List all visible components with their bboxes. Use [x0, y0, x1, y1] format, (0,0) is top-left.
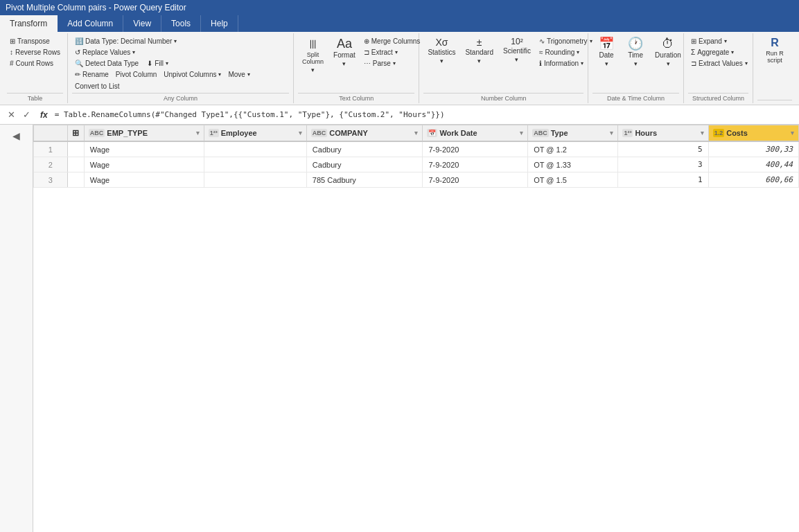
- hours-cell: 3: [618, 157, 708, 172]
- title-bar: Pivot Multiple Column pairs - Power Quer…: [0, 0, 799, 15]
- emp-type-filter-button[interactable]: ▾: [196, 130, 200, 136]
- ribbon-group-run-script: R Run Rscript: [753, 33, 796, 103]
- move-button[interactable]: Move: [225, 69, 252, 80]
- employee-filter-button[interactable]: ▾: [299, 130, 302, 136]
- information-button[interactable]: ℹ Information: [536, 58, 595, 69]
- trigonometry-button[interactable]: ∿ Trigonometry: [536, 36, 595, 46]
- extract-button[interactable]: ⊐ Extract: [361, 47, 423, 57]
- fill-button[interactable]: ⬇ Fill: [144, 58, 171, 69]
- rename-icon: ✏: [75, 71, 80, 78]
- work-date-cell: 7-9-2020: [423, 141, 528, 157]
- company-type-icon: ABC: [311, 129, 328, 137]
- costs-cell: 400,44: [708, 157, 798, 172]
- merge-columns-button[interactable]: ⊕ Merge Columns: [361, 36, 423, 46]
- hours-cell: 5: [618, 141, 708, 157]
- work-date-type-icon: 📅: [427, 129, 437, 137]
- company-filter-button[interactable]: ▾: [414, 130, 418, 136]
- text-column-group-label: Text Column: [298, 93, 414, 102]
- work-date-header[interactable]: 📅 Work Date ▾: [423, 125, 528, 142]
- time-button[interactable]: 🕐 Time ▾: [622, 36, 649, 69]
- company-cell: Cadbury: [306, 157, 423, 172]
- rounding-button[interactable]: ≈ Rounding: [536, 47, 595, 57]
- standard-button[interactable]: ± Standard ▾: [461, 36, 498, 66]
- scientific-button[interactable]: 10² Scientific ▾: [499, 36, 535, 64]
- aggregate-button[interactable]: Σ Aggregate: [688, 47, 750, 57]
- detect-icon: 🔍: [75, 60, 83, 67]
- data-table: ⊞ ABC EMP_TYPE ▾ 1²³ Employee: [33, 125, 799, 188]
- emp-type-cell: Wage: [84, 141, 204, 157]
- time-icon: 🕐: [628, 37, 643, 50]
- rename-button[interactable]: ✏ Rename: [72, 69, 112, 80]
- transpose-button[interactable]: ⊞ Transpose: [7, 36, 63, 46]
- data-type-icon: 🔢: [75, 37, 83, 45]
- costs-header[interactable]: 1.2 Costs ▾: [708, 125, 798, 142]
- hours-header[interactable]: 1²³ Hours ▾: [618, 125, 708, 142]
- employee-header[interactable]: 1²³ Employee ▾: [204, 125, 306, 142]
- format-button[interactable]: Aa Format ▾: [329, 36, 360, 69]
- parse-button[interactable]: ⋯ Parse: [361, 58, 423, 69]
- row-num-header: [34, 125, 68, 142]
- hours-filter-button[interactable]: ▾: [701, 130, 704, 136]
- costs-cell: 600,66: [708, 172, 798, 188]
- ribbon-group-structured-column: ⊞ Expand Σ Aggregate ⊐ Extract Values St…: [684, 33, 753, 103]
- company-header[interactable]: ABC COMPANY ▾: [306, 125, 423, 142]
- formula-input[interactable]: = Table.RenameColumns(#"Changed Type1",{…: [55, 110, 795, 119]
- row-expand-cell: [67, 141, 84, 157]
- any-column-group-label: Any Column: [72, 93, 289, 102]
- employee-type-icon: 1²³: [209, 129, 219, 137]
- company-cell: Cadbury: [306, 141, 423, 157]
- convert-to-list-button[interactable]: Convert to List: [72, 81, 122, 91]
- r-script-icon: R: [771, 37, 779, 48]
- replace-values-button[interactable]: ↺ Replace Values: [72, 47, 138, 57]
- formula-cancel-button[interactable]: ✕: [4, 108, 18, 122]
- split-column-button[interactable]: ⫼ SplitColumn ▾: [298, 36, 328, 75]
- count-rows-icon: #: [10, 60, 14, 67]
- extract-values-button[interactable]: ⊐ Extract Values: [688, 58, 750, 69]
- parse-icon: ⋯: [364, 60, 371, 67]
- scientific-icon: 10²: [511, 37, 523, 46]
- reverse-rows-button[interactable]: ↕ Reverse Rows: [7, 47, 63, 57]
- fill-icon: ⬇: [147, 60, 152, 67]
- hours-type-icon: 1²³: [622, 129, 633, 137]
- work-date-filter-button[interactable]: ▾: [520, 130, 523, 136]
- replace-values-icon: ↺: [75, 48, 80, 56]
- pivot-column-button[interactable]: Pivot Column: [113, 69, 159, 80]
- split-column-icon: ⫼: [307, 37, 319, 50]
- tab-view[interactable]: View: [123, 15, 161, 32]
- ribbon-tabs: Transform Add Column View Tools Help: [0, 15, 799, 32]
- row-expand-cell: [67, 157, 84, 172]
- tab-help[interactable]: Help: [201, 15, 238, 32]
- date-icon: 📅: [599, 37, 614, 50]
- tab-tools[interactable]: Tools: [161, 15, 201, 32]
- expand-button[interactable]: ⊞ Expand: [688, 36, 750, 46]
- datetime-column-group-label: Date & Time Column: [592, 93, 679, 102]
- tab-add-column[interactable]: Add Column: [58, 15, 123, 32]
- table-row: 3 Wage 785 Cadbury 7-9-2020 OT @ 1.5 1 6…: [34, 172, 799, 188]
- row-num-cell: 1: [34, 141, 68, 157]
- main-area: ◀ ⊞ ABC EMP_TYPE ▾: [0, 125, 799, 532]
- count-rows-button[interactable]: # Count Rows: [7, 58, 63, 69]
- type-type-icon: ABC: [532, 129, 549, 137]
- date-button[interactable]: 📅 Date ▾: [592, 36, 620, 69]
- expand-icon: ⊞: [691, 37, 696, 45]
- transpose-icon: ⊞: [10, 37, 15, 45]
- ribbon-content: ⊞ Transpose ↕ Reverse Rows # Count Rows …: [0, 32, 799, 105]
- unpivot-columns-button[interactable]: Unpivot Columns: [161, 69, 224, 80]
- statistics-button[interactable]: Xσ Statistics ▾: [423, 36, 459, 66]
- table-icon-header: ⊞: [67, 125, 84, 142]
- duration-button[interactable]: ⏱ Duration ▾: [651, 36, 685, 69]
- run-script-group-label: [757, 100, 792, 102]
- tab-transform[interactable]: Transform: [0, 15, 58, 32]
- emp-type-type-icon: ABC: [89, 129, 105, 137]
- formula-accept-button[interactable]: ✓: [19, 108, 33, 122]
- run-r-script-button[interactable]: R Run Rscript: [757, 36, 792, 65]
- type-filter-button[interactable]: ▾: [610, 130, 613, 136]
- detect-data-type-button[interactable]: 🔍 Detect Data Type: [72, 58, 141, 69]
- collapse-panel-button[interactable]: ◀: [8, 127, 25, 144]
- data-type-button[interactable]: 🔢 Data Type: Decimal Number: [72, 36, 179, 46]
- costs-filter-button[interactable]: ▾: [791, 130, 794, 136]
- number-column-group-label: Number Column: [423, 93, 583, 102]
- emp-type-header[interactable]: ABC EMP_TYPE ▾: [84, 125, 204, 142]
- type-header[interactable]: ABC Type ▾: [528, 125, 618, 142]
- emp-type-cell: Wage: [84, 172, 204, 188]
